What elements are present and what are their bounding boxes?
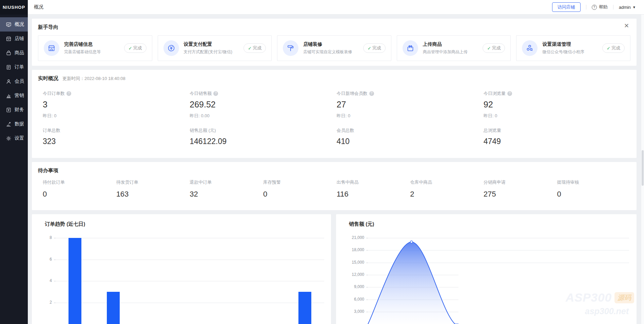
- question-icon[interactable]: ?: [369, 91, 374, 96]
- caret-down-icon: ▼: [632, 5, 636, 9]
- axis-tick: [54, 238, 56, 238]
- scrollbar[interactable]: [641, 15, 644, 324]
- todo-value: 163: [116, 190, 190, 199]
- realtime-panel: 实时概况 更新时间：2022-08-10 18:40:08 今日订单数? 3 昨…: [32, 70, 637, 158]
- stat-yesterday: 昨日: 0: [337, 113, 484, 119]
- stat-value: 92: [484, 100, 630, 109]
- sales-panel: 销售额 (元) 21,00018,00015,00012,0009,0006,0…: [336, 214, 637, 324]
- member-icon: [6, 79, 12, 84]
- sidebar-item-label: 概况: [15, 21, 24, 27]
- check-icon: ✓: [607, 46, 610, 51]
- guide-card-desc: 商品管理中添加商品上传: [423, 49, 468, 55]
- question-icon[interactable]: ?: [507, 91, 512, 96]
- stat-card-new-members: 今日新增会员数? 27 昨日: 0 会员总数 410: [337, 90, 484, 146]
- guide-card-desc: 店铺可实现自定义模板装修: [303, 49, 352, 55]
- sidebar: NIUSHOP 概况 店铺 商品 订单 会员 营销 财务: [0, 0, 28, 324]
- guide-card-title: 设置渠道管理: [542, 41, 584, 47]
- todo-item-pending-payment[interactable]: 待付款订单0: [43, 179, 116, 199]
- todo-item-withdraw-review[interactable]: 提现待审核0: [557, 179, 630, 199]
- guide-card-title: 上传商品: [423, 41, 468, 47]
- peak-marker: [410, 241, 413, 243]
- todo-item-stock-warning[interactable]: 库存预警0: [263, 179, 337, 199]
- scrollbar-thumb[interactable]: [642, 150, 644, 186]
- todo-label: 出售中商品: [337, 179, 410, 185]
- todo-value: 0: [263, 190, 337, 199]
- todo-value: 2: [410, 190, 484, 199]
- visit-shop-button[interactable]: 访问店铺: [552, 2, 581, 12]
- watermark-domain: asp300.net: [585, 306, 629, 316]
- guide-card-store-info[interactable]: 完善店铺信息 完善店铺基础信息等 ✓完成: [38, 35, 152, 61]
- charts-row: 订单趋势 (近七日) 8642 销售额 (元) 21,00018,00015,0…: [32, 214, 637, 324]
- todo-label: 分销商申请: [484, 179, 557, 185]
- question-icon[interactable]: ?: [213, 91, 218, 96]
- divider: [586, 5, 586, 9]
- app-logo: NIUSHOP: [0, 0, 28, 15]
- bar: [298, 292, 311, 324]
- sidebar-item-data[interactable]: 数据: [0, 117, 28, 131]
- data-icon: [6, 121, 12, 127]
- todo-grid: 待付款订单0 待发货订单163 退款中订单32 库存预警0 出售中商品116 仓…: [43, 179, 630, 199]
- todo-title: 待办事项: [38, 167, 630, 174]
- shop-icon: [6, 36, 12, 42]
- done-badge[interactable]: ✓完成: [483, 43, 505, 53]
- stat-value: 269.52: [190, 100, 336, 109]
- sidebar-item-overview[interactable]: 概况: [0, 17, 28, 32]
- upload-goods-icon: [403, 40, 418, 56]
- sidebar-item-marketing[interactable]: 营销: [0, 88, 28, 103]
- done-badge[interactable]: ✓完成: [124, 43, 147, 53]
- user-menu[interactable]: admin ▼: [619, 5, 636, 10]
- sidebar-item-member[interactable]: 会员: [0, 74, 28, 88]
- total-label: 销售总额 (元): [190, 127, 336, 134]
- sidebar-item-order[interactable]: 订单: [0, 60, 28, 74]
- decorate-icon: [283, 40, 298, 56]
- todo-item-distributor-apply[interactable]: 分销商申请275: [484, 179, 557, 199]
- finance-icon: [6, 107, 12, 113]
- todo-label: 库存预警: [263, 179, 337, 185]
- watermark-brand: ASP300: [566, 291, 612, 304]
- settings-icon: [6, 136, 12, 141]
- y-axis-label: 2: [32, 300, 52, 305]
- done-badge[interactable]: ✓完成: [363, 43, 386, 53]
- main-content: 新手导向 ✕ 完善店铺信息 完善店铺基础信息等 ✓完成 设置支付配置: [28, 15, 644, 324]
- axis-tick: [54, 281, 56, 281]
- sidebar-item-finance[interactable]: 财务: [0, 103, 28, 117]
- guide-card-decorate[interactable]: 店铺装修 店铺可实现自定义模板装修 ✓完成: [277, 35, 391, 61]
- guide-card-title: 完善店铺信息: [64, 41, 101, 47]
- done-badge[interactable]: ✓完成: [243, 43, 266, 53]
- todo-item-on-sale[interactable]: 出售中商品116: [337, 179, 410, 199]
- guide-card-desc: 完善店铺基础信息等: [64, 49, 101, 55]
- guide-card-payment[interactable]: 设置支付配置 支付方式配置(支付宝/微信) ✓完成: [158, 35, 272, 61]
- todo-label: 提现待审核: [557, 179, 630, 185]
- update-time-value: 2022-08-10 18:40:08: [84, 76, 125, 81]
- guide-card-upload-goods[interactable]: 上传商品 商品管理中添加商品上传 ✓完成: [397, 35, 511, 61]
- watermark-overlay: ASP300 源码 asp300.net: [458, 266, 637, 324]
- help-link[interactable]: ? 帮助: [592, 4, 608, 10]
- todo-label: 仓库中商品: [410, 179, 484, 185]
- todo-label: 待付款订单: [43, 179, 116, 185]
- guide-card-channel[interactable]: 设置渠道管理 微信公众号/微信小程序 ✓完成: [516, 35, 630, 61]
- done-label: 完成: [253, 45, 261, 51]
- sidebar-item-shop[interactable]: 店铺: [0, 32, 28, 46]
- username: admin: [619, 5, 631, 10]
- update-time-label: 更新时间：: [62, 76, 84, 81]
- sidebar-item-goods[interactable]: 商品: [0, 46, 28, 60]
- todo-item-in-warehouse[interactable]: 仓库中商品2: [410, 179, 484, 199]
- todo-item-refunding[interactable]: 退款中订单32: [190, 179, 263, 199]
- stat-label: 今日销售额: [190, 90, 212, 97]
- goods-icon: [6, 50, 12, 56]
- stat-yesterday: 昨日: 0.00: [190, 113, 336, 119]
- total-label: 总浏览量: [484, 127, 630, 134]
- done-badge[interactable]: ✓完成: [602, 43, 625, 53]
- question-icon[interactable]: ?: [66, 91, 71, 96]
- sidebar-item-settings[interactable]: 设置: [0, 131, 28, 145]
- close-icon[interactable]: ✕: [624, 23, 629, 29]
- check-icon: ✓: [487, 46, 491, 51]
- done-label: 完成: [372, 45, 381, 51]
- todo-item-pending-delivery[interactable]: 待发货订单163: [116, 179, 190, 199]
- grid-line: [56, 238, 324, 238]
- done-label: 完成: [611, 45, 620, 51]
- stat-card-sales: 今日销售额? 269.52 昨日: 0.00 销售总额 (元) 146122.0…: [190, 90, 336, 146]
- guide-title: 新手导向: [38, 24, 630, 31]
- sidebar-item-label: 会员: [15, 78, 24, 84]
- stat-value: 27: [337, 100, 484, 109]
